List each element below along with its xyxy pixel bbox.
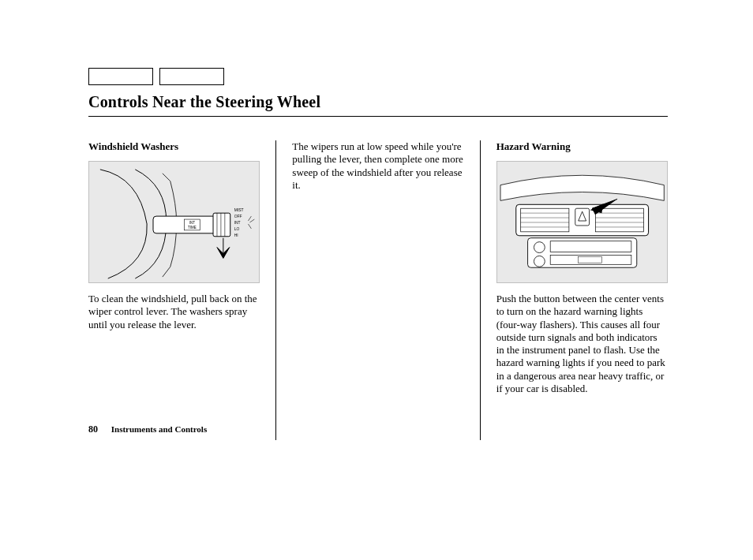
windshield-washers-paragraph: To clean the windshield, pull back on th…	[88, 293, 260, 331]
label-hi: HI	[234, 233, 238, 237]
wiper-lever-diagram: INT TIME MIST OFF INT LO HI	[89, 162, 259, 282]
svg-rect-19	[527, 238, 636, 268]
windshield-washers-illustration: INT TIME MIST OFF INT LO HI	[88, 161, 260, 283]
wiper-speed-paragraph: The wipers run at low speed while you're…	[292, 140, 463, 192]
label-off: OFF	[234, 215, 242, 218]
footer-section-title: Instruments and Controls	[111, 424, 207, 434]
header-box-1	[88, 68, 153, 85]
content-columns: Windshield Washers INT TIME	[88, 140, 668, 440]
manual-page: Controls Near the Steering Wheel Windshi…	[0, 0, 753, 560]
windshield-washers-heading: Windshield Washers	[88, 140, 260, 153]
dashboard-diagram	[497, 162, 667, 282]
hazard-warning-heading: Hazard Warning	[496, 140, 668, 153]
label-int: INT	[234, 221, 241, 225]
label-mist: MIST	[234, 208, 244, 212]
page-footer: 80 Instruments and Controls	[88, 424, 207, 435]
column-3: Hazard Warning	[480, 140, 668, 440]
column-2: The wipers run at low speed while you're…	[275, 140, 479, 440]
hazard-warning-illustration	[496, 161, 668, 283]
svg-rect-1	[213, 213, 230, 237]
hazard-warning-paragraph: Push the button between the center vents…	[496, 293, 668, 395]
header-reference-boxes	[88, 68, 668, 85]
column-1: Windshield Washers INT TIME	[88, 140, 275, 440]
header-box-2	[159, 68, 224, 85]
label-int-time-2: TIME	[188, 226, 197, 230]
label-lo: LO	[234, 227, 240, 231]
label-int-time-1: INT	[189, 221, 195, 225]
page-title: Controls Near the Steering Wheel	[88, 93, 668, 117]
page-number: 80	[88, 424, 98, 435]
